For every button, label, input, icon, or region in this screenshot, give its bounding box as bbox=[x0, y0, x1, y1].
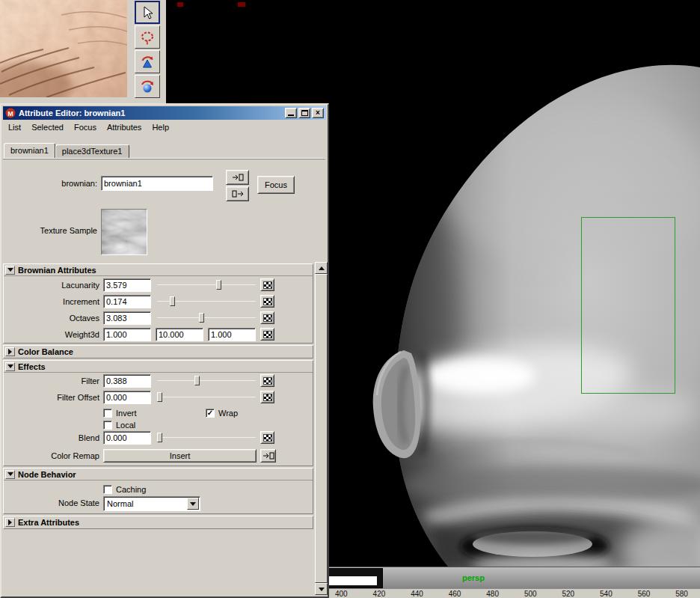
select-tool-button[interactable] bbox=[135, 1, 160, 24]
collapse-arrow-icon[interactable] bbox=[5, 266, 15, 275]
node-state-label: Node State bbox=[4, 498, 99, 507]
focus-button[interactable]: Focus bbox=[257, 176, 295, 194]
section-header-extra-attributes[interactable]: Extra Attributes bbox=[4, 516, 313, 528]
slider-track bbox=[157, 437, 256, 438]
slider-handle[interactable] bbox=[157, 392, 162, 402]
menu-item[interactable]: Selected bbox=[26, 120, 69, 134]
section-header-color-balance[interactable]: Color Balance bbox=[4, 346, 313, 358]
show-input-connections-button[interactable] bbox=[226, 170, 249, 185]
connection-in-icon bbox=[262, 451, 275, 460]
scroll-up-button[interactable] bbox=[315, 262, 328, 274]
blend-slider[interactable] bbox=[157, 432, 256, 444]
minimize-button[interactable] bbox=[285, 108, 297, 118]
checker-icon bbox=[263, 394, 272, 401]
vertical-scrollbar[interactable] bbox=[315, 262, 328, 595]
slider-handle[interactable] bbox=[199, 313, 204, 323]
slider-handle[interactable] bbox=[216, 280, 221, 290]
attr-label: Filter Offset bbox=[4, 393, 99, 402]
lacunarity-field[interactable] bbox=[103, 278, 151, 292]
attribute-editor-window: M Attribute Editor: brownian1 × ListSele… bbox=[0, 103, 329, 598]
menu-item[interactable]: Focus bbox=[69, 120, 102, 134]
collapse-arrow-icon[interactable] bbox=[5, 362, 15, 371]
show-output-connections-button[interactable] bbox=[226, 186, 249, 201]
section-header-brownian[interactable]: Brownian Attributes bbox=[4, 264, 313, 276]
filter-offset-field[interactable] bbox=[103, 391, 151, 404]
blend-field[interactable] bbox=[103, 431, 151, 445]
map-button[interactable] bbox=[260, 278, 274, 291]
map-button[interactable] bbox=[260, 311, 274, 324]
filter-offset-slider[interactable] bbox=[157, 391, 256, 403]
tab-row: brownian1 place3dTexture1 bbox=[4, 141, 129, 159]
slider-handle[interactable] bbox=[194, 376, 200, 385]
octaves-field[interactable] bbox=[103, 311, 151, 325]
section-title: Node Behavior bbox=[18, 470, 76, 479]
insert-button[interactable]: Insert bbox=[103, 449, 257, 463]
menu-item[interactable]: List bbox=[3, 120, 26, 134]
section-node-behavior: Node Behavior Caching Node State Normal bbox=[3, 468, 313, 514]
section-header-node-behavior[interactable]: Node Behavior bbox=[4, 469, 313, 480]
octaves-slider[interactable] bbox=[157, 312, 256, 324]
timeline-tick: 520 bbox=[562, 590, 574, 598]
menu-bar: ListSelectedFocusAttributesHelp bbox=[3, 120, 326, 135]
invert-checkbox[interactable] bbox=[103, 409, 112, 418]
map-button[interactable] bbox=[260, 391, 274, 403]
scroll-down-button[interactable] bbox=[315, 583, 328, 595]
tab-pane-divider bbox=[3, 158, 325, 159]
checker-icon bbox=[263, 298, 272, 305]
map-button[interactable] bbox=[260, 328, 274, 341]
filter-field[interactable] bbox=[103, 374, 151, 388]
increment-slider[interactable] bbox=[157, 296, 256, 308]
weight3d-y-field[interactable] bbox=[156, 328, 203, 341]
increment-field[interactable] bbox=[103, 295, 151, 308]
filter-slider[interactable] bbox=[157, 375, 256, 387]
time-slider[interactable]: 400420440460480500520540560580 bbox=[326, 588, 700, 598]
maximize-button[interactable] bbox=[298, 108, 310, 118]
local-checkbox[interactable] bbox=[103, 421, 112, 430]
map-button[interactable] bbox=[260, 374, 274, 387]
checker-icon bbox=[263, 314, 272, 322]
section-title: Extra Attributes bbox=[18, 518, 79, 527]
lacunarity-slider[interactable] bbox=[157, 279, 256, 291]
section-header-effects[interactable]: Effects bbox=[4, 361, 313, 373]
scrollbar-thumb[interactable] bbox=[315, 274, 328, 583]
connection-in-icon bbox=[231, 173, 245, 182]
section-effects: Effects Filter Filter Offset Invert Wrap… bbox=[3, 360, 313, 466]
collapse-arrow-icon[interactable] bbox=[5, 347, 15, 356]
slider-track bbox=[157, 317, 256, 318]
node-name-field[interactable] bbox=[101, 176, 213, 191]
menu-item[interactable]: Attributes bbox=[102, 120, 147, 134]
slider-handle[interactable] bbox=[170, 296, 175, 306]
selection-rectangle bbox=[581, 217, 675, 394]
weight3d-z-field[interactable] bbox=[208, 328, 256, 341]
tab-brownian1[interactable]: brownian1 bbox=[4, 143, 55, 159]
section-brownian-attributes: Brownian Attributes Lacunarity Increment… bbox=[3, 263, 313, 344]
remap-connection-button[interactable] bbox=[260, 449, 276, 463]
timeline-tick: 440 bbox=[411, 590, 423, 598]
attr-row-filter: Filter bbox=[4, 374, 313, 389]
move-tool-button[interactable] bbox=[135, 50, 160, 73]
collapse-arrow-icon[interactable] bbox=[5, 470, 15, 479]
close-button[interactable]: × bbox=[312, 108, 324, 118]
lasso-tool-button[interactable] bbox=[135, 25, 160, 49]
weight3d-x-field[interactable] bbox=[103, 328, 151, 341]
attr-row-lacunarity: Lacunarity bbox=[4, 278, 313, 293]
node-name-label: brownian: bbox=[1, 179, 97, 188]
slider-handle[interactable] bbox=[157, 433, 162, 442]
wrap-checkbox[interactable] bbox=[206, 409, 215, 418]
menu-item[interactable]: Help bbox=[147, 120, 174, 134]
tab-place3dtexture1[interactable]: place3dTexture1 bbox=[55, 144, 129, 159]
attr-row-octaves: Octaves bbox=[4, 311, 313, 326]
attr-label: Weight3d bbox=[4, 330, 99, 339]
timeline-tick: 480 bbox=[486, 590, 499, 598]
viewport-artifact-mark bbox=[238, 2, 245, 7]
chevron-down-icon[interactable] bbox=[187, 498, 199, 510]
rotate-tool-button[interactable] bbox=[135, 75, 160, 98]
map-button[interactable] bbox=[260, 431, 274, 444]
collapse-arrow-icon[interactable] bbox=[5, 518, 15, 527]
select-arrow-icon bbox=[140, 5, 155, 20]
title-bar[interactable]: M Attribute Editor: brownian1 × bbox=[3, 106, 326, 120]
node-state-dropdown[interactable]: Normal bbox=[103, 496, 200, 511]
section-color-balance: Color Balance bbox=[3, 345, 313, 359]
map-button[interactable] bbox=[260, 295, 274, 308]
caching-checkbox[interactable] bbox=[103, 485, 112, 494]
